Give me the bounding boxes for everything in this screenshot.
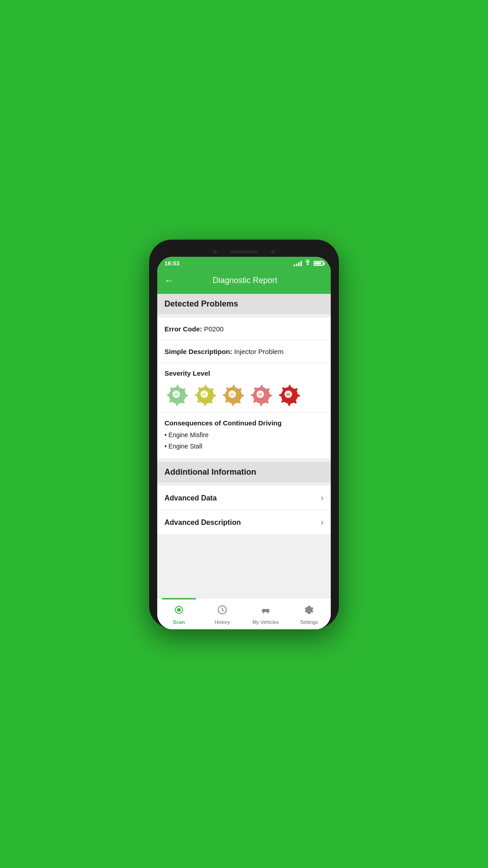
svg-text:IO: IO (258, 392, 262, 396)
chevron-right-icon-advanced-description: › (321, 518, 324, 527)
additional-info-card: Advanced Data›Advanced Description› (157, 486, 331, 534)
page-content: Detected Problems Error Code: P0200 Simp… (157, 294, 331, 598)
consequences-title: Consequences of Continued Driving (164, 419, 324, 427)
back-button[interactable]: ← (164, 274, 177, 288)
page-header: ← Diagnostic Report (157, 269, 331, 294)
nav-icon-settings (304, 604, 314, 618)
nav-item-scan[interactable]: Scan (157, 598, 201, 629)
simple-desc-value: Injector Problem (234, 348, 283, 355)
nav-icon-scan (174, 604, 184, 618)
svg-rect-13 (262, 609, 269, 610)
nav-item-settings[interactable]: Settings (287, 598, 331, 629)
phone-frame: 16:53 (149, 240, 339, 628)
problems-card: Error Code: P0200 Simple Descriptipon: I… (157, 318, 331, 458)
nav-label-scan: Scan (173, 619, 185, 625)
detected-problems-title: Detected Problems (164, 299, 238, 308)
nav-icon-my-vehicles (260, 604, 271, 618)
camera-dot-right (271, 250, 275, 254)
phone-camera-area (157, 248, 331, 256)
consequences-list: • Engine Misfire• Engine Stall (164, 429, 324, 452)
severity-gear-5: IO (277, 382, 300, 406)
severity-gear-4: IO (249, 382, 272, 406)
svg-text:IO: IO (286, 392, 290, 396)
nav-row-label-advanced-data: Advanced Data (164, 494, 217, 502)
detected-problems-header: Detected Problems (157, 294, 331, 314)
error-code-label: Error Code: (164, 325, 202, 333)
simple-desc-label: Simple Descriptipon: (164, 348, 232, 355)
svg-text:IO: IO (202, 392, 206, 396)
nav-row-label-advanced-description: Advanced Description (164, 519, 241, 527)
wifi-icon (304, 259, 311, 267)
severity-gear-1: IO (164, 382, 188, 406)
consequence-item: • Engine Stall (164, 441, 324, 452)
nav-item-my-vehicles[interactable]: My Vehicles (244, 598, 287, 629)
status-time: 16:53 (164, 260, 179, 267)
status-bar: 16:53 (157, 257, 331, 269)
phone-screen: 16:53 (157, 257, 331, 629)
error-code-value: P0200 (204, 325, 224, 333)
nav-row-advanced-data[interactable]: Advanced Data› (157, 486, 331, 510)
consequences-row: Consequences of Continued Driving • Engi… (157, 413, 331, 458)
nav-label-history: History (215, 619, 230, 625)
bottom-nav: ScanHistoryMy VehiclesSettings (157, 598, 331, 629)
severity-gears: IO IO IO IO IO (164, 382, 324, 406)
svg-text:IO: IO (230, 392, 234, 396)
nav-label-settings: Settings (300, 619, 318, 625)
nav-label-my-vehicles: My Vehicles (253, 619, 279, 625)
svg-point-10 (177, 608, 181, 612)
camera-dot-left (213, 250, 217, 254)
additional-info-title: Addintional Information (164, 467, 256, 476)
consequence-item: • Engine Misfire (164, 429, 324, 441)
page-title: Diagnostic Report (177, 276, 324, 285)
signal-bars-icon (294, 261, 302, 266)
severity-gear-3: IO (221, 382, 244, 406)
severity-row: Severity Level IO IO IO IO (157, 363, 331, 413)
simple-desc-row: Simple Descriptipon: Injector Problem (157, 340, 331, 363)
chevron-right-icon-advanced-data: › (321, 493, 324, 503)
severity-gear-2: IO (192, 382, 216, 406)
additional-info-header: Addintional Information (157, 462, 331, 482)
severity-title: Severity Level (164, 369, 324, 377)
battery-icon (314, 261, 324, 266)
nav-item-history[interactable]: History (201, 598, 244, 629)
phone-speaker (230, 250, 258, 253)
nav-icon-history (217, 604, 228, 618)
svg-text:IO: IO (174, 392, 178, 396)
error-code-row: Error Code: P0200 (157, 318, 331, 340)
status-icons (294, 259, 324, 267)
nav-row-advanced-description[interactable]: Advanced Description› (157, 510, 331, 534)
